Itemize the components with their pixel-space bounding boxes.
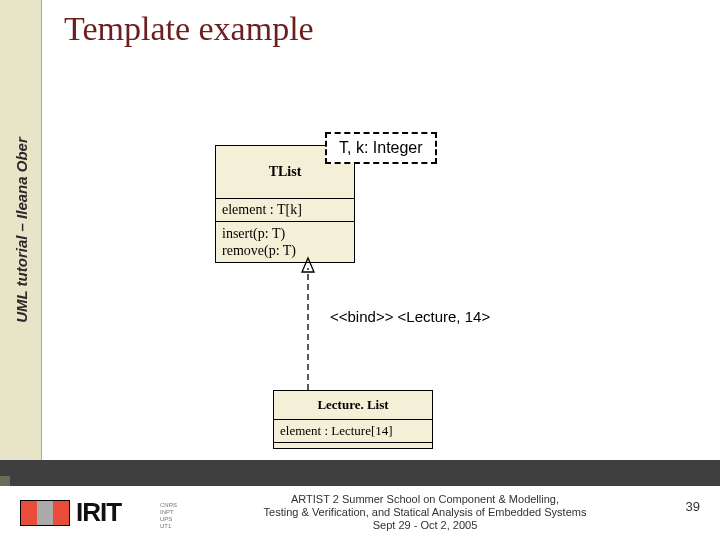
affiliations: CNRS INPT UPS UT1: [160, 502, 177, 530]
lecturelist-name: Lecture. List: [274, 391, 432, 420]
footer: IRIT CNRS INPT UPS UT1 ARTIST 2 Summer S…: [0, 486, 720, 540]
slide-title: Template example: [64, 10, 314, 48]
tlist-ops: insert(p: T) remove(p: T): [216, 222, 354, 262]
lecturelist-ops-empty: [274, 442, 432, 448]
page-number: 39: [686, 499, 700, 514]
bind-arrow: [0, 0, 720, 540]
sidebar: UML tutorial – Ileana Ober: [0, 0, 42, 460]
uml-class-lecturelist: Lecture. List element : Lecture[14]: [273, 390, 433, 449]
lecturelist-attr: element : Lecture[14]: [274, 420, 432, 442]
corner-square: [0, 476, 10, 486]
footer-line1: ARTIST 2 Summer School on Component & Mo…: [210, 493, 640, 506]
footer-line2: Testing & Verification, and Statical Ana…: [210, 506, 640, 519]
bottom-bar: [0, 460, 720, 486]
logo: IRIT: [20, 497, 121, 528]
logo-blocks: [20, 500, 70, 526]
logo-irit-text: IRIT: [76, 497, 121, 528]
footer-line3: Sept 29 - Oct 2, 2005: [210, 519, 640, 532]
sidebar-label: UML tutorial – Ileana Ober: [13, 137, 30, 323]
template-param-box: T, k: Integer: [325, 132, 437, 164]
tlist-op-remove: remove(p: T): [222, 242, 348, 259]
tlist-op-insert: insert(p: T): [222, 225, 348, 242]
tlist-attr: element : T[k]: [216, 199, 354, 222]
bind-label: <<bind>> <Lecture, 14>: [330, 308, 490, 325]
footer-text: ARTIST 2 Summer School on Component & Mo…: [210, 493, 640, 532]
